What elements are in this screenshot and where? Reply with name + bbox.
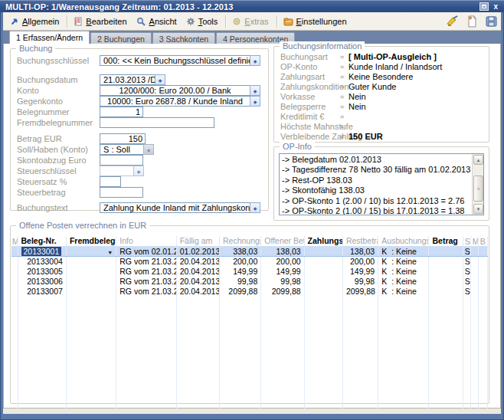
gegenkonto-spinner-icon[interactable]: ◆ (250, 96, 260, 107)
table-empty-area (11, 297, 488, 403)
zahlungsbetrag-cell[interactable] (304, 267, 342, 277)
col-ausbuchungsart[interactable]: Ausbuchungsart (378, 236, 429, 247)
beleg-nr-cell[interactable]: 20133001▼ (18, 247, 66, 257)
zahlungskondition-label: Zahlungskondition (280, 82, 349, 91)
tab-strip: 1 Erfassen/Ändern 2 Buchungen 3 Sachkont… (3, 31, 501, 44)
buchungsschluessel-combo[interactable]: 000: << Kein Buchungsschlüssel definiert… (100, 55, 250, 66)
close-window-icon[interactable]: x (493, 3, 498, 11)
op-info-line: -> Belegdatum 02.01.2013 (282, 155, 470, 165)
gegenkonto-combo[interactable]: 10000: Euro 2687.88 / Kunde Inland (100, 96, 250, 107)
steuersatz-input[interactable] (100, 176, 121, 187)
col-s[interactable]: S (463, 236, 470, 247)
col-m2[interactable]: M (470, 236, 478, 247)
skontoabzug-input[interactable] (100, 155, 143, 166)
table-row[interactable]: 20133004 RG vom 21.03.2013 20.04.2013 /S… (11, 257, 488, 267)
konto-spinner-icon[interactable]: ◆ (250, 85, 260, 96)
table-row[interactable]: 20133007 RG vom 21.03.2013 20.04.2013 /S… (11, 287, 488, 297)
scroll-up-icon[interactable]: ▲ (473, 155, 483, 165)
menu-separator (225, 15, 226, 28)
col-restbetrag[interactable]: Restbetrag (342, 236, 378, 247)
menu-bearbeiten[interactable]: Bearbeiten (70, 14, 132, 29)
soll-haben-label: Soll/Haben (Konto) (17, 145, 88, 154)
equals-bullet-icon: = (340, 113, 344, 120)
buchungsdatum-field[interactable]: 21.03.2013 /Do (100, 74, 155, 85)
soll-haben-spinner-icon[interactable]: ◆ (143, 144, 154, 155)
steuerschluessel-combo[interactable] (100, 166, 133, 176)
col-offener-betrag[interactable]: Offener Betrag (261, 236, 304, 247)
zahlungsbetrag-cell[interactable] (304, 247, 342, 257)
ausbuchungsart-cell[interactable]: K: Keine (378, 257, 429, 267)
ausbuchungsart-cell[interactable]: K: Keine (378, 277, 429, 287)
op-info-line: -> OP-Skonto 1 (2.00 / 10) bis 12.01.201… (282, 196, 470, 206)
buchungstext-spinner-icon[interactable]: ◆ (250, 202, 260, 213)
ausbuchungsart-cell[interactable]: K: Keine (378, 267, 429, 277)
buchungsdatum-spinner-icon[interactable]: ◆ (155, 74, 165, 85)
col-fremdbelegnummer[interactable]: Fremdbelegnummer (66, 236, 116, 247)
buchungsschluessel-spinner-icon[interactable]: ◆ (250, 55, 260, 66)
ausbuchungsart-cell[interactable]: K: Keine (378, 287, 429, 297)
col-m[interactable]: M (11, 236, 18, 247)
menu-tools[interactable]: Tools (182, 14, 224, 29)
buchungsinformation-panel-title: Buchungsinformation (280, 41, 365, 51)
col-betrag[interactable]: Betrag (429, 236, 463, 247)
tab-buchungen[interactable]: 2 Buchungen (90, 32, 152, 44)
betrag-cell[interactable] (429, 277, 463, 287)
betrag-cell[interactable] (429, 247, 463, 257)
konto-combo[interactable]: 1200/000: Euro 200.00 / Bank (100, 85, 250, 96)
equals-bullet-icon: = (340, 63, 344, 71)
dropdown-arrow-icon[interactable]: ▼ (107, 250, 113, 255)
offene-posten-panel: Offene Posten verrechnen in EUR M Beleg-… (10, 225, 489, 404)
menu-allgemein[interactable]: Allgemein (6, 14, 64, 29)
soll-haben-combo[interactable]: S : Soll (100, 144, 143, 155)
buchungsinformation-panel: Buchungsinformation Buchungsart = [ Mult… (273, 46, 489, 143)
equals-bullet-icon: = (340, 123, 344, 130)
table-row[interactable]: 20133006 RG vom 21.03.2013 20.04.2013 /S… (11, 277, 488, 287)
col-zahlungsbetrag[interactable]: Zahlungsbetrag (304, 236, 342, 247)
menu-ansicht[interactable]: Ansicht (133, 14, 182, 29)
menu-bar: Allgemein Bearbeiten Ansicht Tools Extra… (3, 12, 501, 31)
col-beleg-nr[interactable]: Beleg-Nr. (18, 236, 66, 247)
scroll-thumb[interactable]: ≡ (473, 176, 483, 202)
belegsperre-label: Belegsperre (280, 102, 326, 111)
betrag-cell[interactable] (429, 287, 463, 297)
op-info-scrollbar[interactable]: ▲ ≡ ▼ (472, 154, 483, 215)
vorkasse-label: Vorkasse (280, 92, 315, 101)
betrag-eur-input[interactable] (100, 133, 146, 144)
equals-bullet-icon: = (340, 73, 344, 80)
equals-bullet-icon: = (340, 53, 344, 61)
zahlungsbetrag-cell[interactable] (304, 277, 342, 287)
buchungstext-combo[interactable]: Zahlung Kunde Inland mit Zahlungskonditi… (100, 202, 250, 213)
op-info-list[interactable]: -> Belegdatum 02.01.2013 -> Tagesdiffere… (279, 153, 484, 215)
restore-window-icon[interactable] (479, 2, 489, 11)
offene-posten-panel-title: Offene Posten verrechnen in EUR (16, 221, 149, 230)
col-info[interactable]: Info (116, 236, 176, 247)
fremdbelegnummer-cell[interactable]: ▼ (66, 247, 116, 257)
menu-einstellungen[interactable]: Einstellungen (280, 14, 352, 29)
betrag-cell[interactable] (429, 257, 463, 267)
zahlungsbetrag-cell[interactable] (304, 287, 342, 297)
belegnummer-label: Belegnummer (17, 107, 69, 116)
zahlungsbetrag-cell[interactable] (304, 257, 342, 267)
verbleibende-zahlung-value: 150 EUR (349, 132, 383, 141)
steuerbetrag-input[interactable] (100, 187, 143, 198)
steuersatz-label: Steuersatz % (17, 177, 67, 186)
belegsperre-value: Nein (349, 102, 366, 111)
betrag-cell[interactable] (429, 267, 463, 277)
menu-extras: Extras (228, 14, 273, 29)
col-b[interactable]: B (478, 236, 487, 247)
scroll-down-icon[interactable]: ▼ (473, 204, 483, 214)
ausbuchungsart-cell[interactable]: K: Keine (378, 247, 429, 257)
table-row[interactable]: 20133005 RG vom 21.03.2013 20.04.2013 /S… (11, 267, 488, 277)
tab-erfassen-aendern[interactable]: 1 Erfassen/Ändern (9, 31, 90, 44)
post-booking-icon[interactable] (447, 15, 460, 28)
zahlungsart-value: Keine Besondere (349, 72, 413, 81)
save-icon[interactable] (485, 15, 498, 28)
fremdbelegnummer-input[interactable] (100, 117, 214, 128)
table-row-selected[interactable]: 20133001▼ ▼ RG vom 02.01.2013 01.02.2013… (11, 247, 488, 257)
belegnummer-input[interactable] (100, 107, 143, 117)
col-faellig-am[interactable]: Fällig am (176, 236, 219, 247)
tab-sachkonten[interactable]: 3 Sachkonten (152, 32, 215, 44)
new-document-icon[interactable] (466, 15, 479, 28)
col-rechnungsbetrag[interactable]: Rechnungsbetrag (219, 236, 260, 247)
steuerschluessel-spinner-icon[interactable]: ◆ (133, 166, 144, 176)
